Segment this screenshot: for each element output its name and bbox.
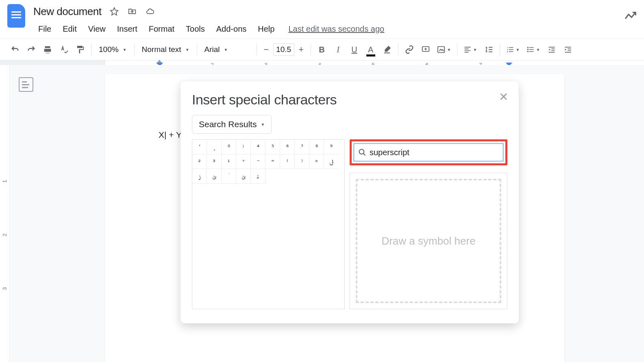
character-cell[interactable]: ³ <box>207 154 222 169</box>
document-body[interactable]: X| + Y <box>159 130 182 140</box>
last-edit-link[interactable]: Last edit was seconds ago <box>288 24 384 34</box>
add-comment-button[interactable] <box>418 42 433 57</box>
highlight-button[interactable] <box>379 42 395 57</box>
character-cell[interactable]: ⁷ <box>295 140 309 154</box>
insert-link-button[interactable] <box>402 42 417 57</box>
redo-button[interactable] <box>24 42 39 57</box>
chevron-down-icon: ▼ <box>473 48 477 52</box>
character-cell[interactable]: ⁺ <box>236 154 251 169</box>
paragraph-style-select[interactable]: Normal text▼ <box>138 42 194 57</box>
vertical-ruler[interactable]: 123 <box>0 65 10 362</box>
menu-file[interactable]: File <box>33 22 56 36</box>
font-select[interactable]: Arial▼ <box>200 42 253 57</box>
search-icon <box>358 148 366 156</box>
menu-help[interactable]: Help <box>253 22 279 36</box>
insert-image-button[interactable]: ▼ <box>434 42 454 57</box>
font-value: Arial <box>205 45 220 54</box>
close-icon[interactable]: ✕ <box>499 90 508 104</box>
move-icon[interactable] <box>127 7 137 16</box>
line-spacing-button[interactable] <box>481 42 496 57</box>
numbered-list-button[interactable]: ▼ <box>503 42 523 57</box>
character-cell[interactable]: ⁴ <box>251 140 265 154</box>
character-cell[interactable]: ˈ <box>192 140 207 154</box>
search-highlight-box <box>350 139 507 165</box>
chevron-down-icon: ▼ <box>224 48 228 52</box>
increase-indent-button[interactable] <box>560 42 576 57</box>
docs-logo-icon[interactable] <box>7 4 25 28</box>
category-label: Search Results <box>199 119 257 129</box>
document-title[interactable]: New document <box>33 5 101 18</box>
character-cell[interactable]: ⁼ <box>265 154 280 169</box>
chevron-down-icon: ▼ <box>185 48 189 52</box>
character-cell[interactable]: ⁹ <box>324 140 339 154</box>
menu-tools[interactable]: Tools <box>181 22 210 36</box>
svg-point-6 <box>359 150 364 154</box>
character-cell[interactable]: ݵ <box>207 169 222 184</box>
character-cell[interactable]: ݪ <box>324 154 339 169</box>
character-cell[interactable]: ⁾ <box>295 154 309 169</box>
vruler-number: 2 <box>2 234 8 236</box>
outline-toggle-button[interactable] <box>19 77 33 92</box>
character-cell[interactable]: ˏ <box>207 140 222 154</box>
chevron-down-icon: ▼ <box>536 48 540 52</box>
zoom-select[interactable]: 100%▼ <box>95 42 131 57</box>
menu-format[interactable]: Format <box>144 22 179 36</box>
character-cell[interactable]: ⁽ <box>280 154 295 169</box>
character-cell[interactable]: ⁻ <box>251 154 265 169</box>
character-cell[interactable]: ݶ <box>236 169 251 184</box>
svg-point-5 <box>527 51 528 52</box>
search-input-wrapper <box>354 143 503 161</box>
character-cell[interactable]: ۿ <box>251 169 265 184</box>
svg-point-3 <box>527 47 528 48</box>
vruler-number: 1 <box>2 180 8 183</box>
character-cell[interactable]: ݫ <box>192 169 207 184</box>
bulleted-list-button[interactable]: ▼ <box>524 42 543 57</box>
character-cell[interactable]: ⁵ <box>265 140 280 154</box>
category-dropdown[interactable]: Search Results ▼ <box>192 115 272 134</box>
undo-button[interactable] <box>7 42 23 57</box>
spellcheck-button[interactable] <box>56 42 72 57</box>
character-cell[interactable]: ⁿ <box>309 154 324 169</box>
draw-placeholder: Draw a symbol here <box>381 235 475 247</box>
zoom-value: 100% <box>99 45 119 54</box>
vruler-number: 3 <box>2 287 8 290</box>
decrease-font-size-button[interactable]: − <box>260 43 272 56</box>
svg-marker-0 <box>111 8 118 15</box>
special-characters-dialog: Insert special characters ✕ Search Resul… <box>181 81 519 323</box>
chevron-down-icon: ▼ <box>123 48 127 52</box>
cloud-status-icon[interactable] <box>145 7 155 16</box>
character-cell[interactable]: ¹ <box>222 154 236 169</box>
chevron-down-icon: ▼ <box>516 48 520 52</box>
draw-symbol-area[interactable]: Draw a symbol here <box>350 173 507 309</box>
decrease-indent-button[interactable] <box>544 42 559 57</box>
menu-addons[interactable]: Add-ons <box>211 22 252 36</box>
style-value: Normal text <box>142 45 181 54</box>
menu-edit[interactable]: Edit <box>58 22 81 36</box>
character-cell[interactable]: ⁰ <box>222 140 236 154</box>
chevron-down-icon: ▼ <box>447 48 451 52</box>
dialog-title: Insert special characters <box>192 92 507 108</box>
menu-view[interactable]: View <box>83 22 111 36</box>
increase-font-size-button[interactable]: + <box>295 43 307 56</box>
character-cell[interactable]: ⁱ <box>236 140 251 154</box>
bold-button[interactable]: B <box>314 42 330 57</box>
character-cell[interactable]: ² <box>192 154 207 169</box>
text-color-button[interactable]: A <box>363 42 379 57</box>
character-results-panel: ˈˏ⁰ⁱ⁴⁵⁶⁷⁸⁹²³¹⁺⁻⁼⁽⁾ⁿݪݫݵۛݶۿ <box>192 139 345 309</box>
menu-insert[interactable]: Insert <box>112 22 142 36</box>
print-button[interactable] <box>40 42 55 57</box>
svg-point-4 <box>527 49 528 50</box>
chevron-down-icon: ▼ <box>261 122 265 127</box>
underline-button[interactable]: U <box>347 42 362 57</box>
character-cell[interactable]: ۛ <box>222 169 236 184</box>
toolbar: 100%▼ Normal text▼ Arial▼ − + B I U A ▼ … <box>0 39 644 61</box>
search-input[interactable] <box>370 148 499 157</box>
italic-button[interactable]: I <box>331 42 346 57</box>
star-icon[interactable] <box>109 7 119 16</box>
font-size-input[interactable] <box>273 43 294 56</box>
paint-format-button[interactable] <box>72 42 88 57</box>
align-button[interactable]: ▼ <box>461 42 480 57</box>
character-cell[interactable]: ⁶ <box>280 140 295 154</box>
activity-icon[interactable] <box>624 11 637 20</box>
character-cell[interactable]: ⁸ <box>309 140 324 154</box>
